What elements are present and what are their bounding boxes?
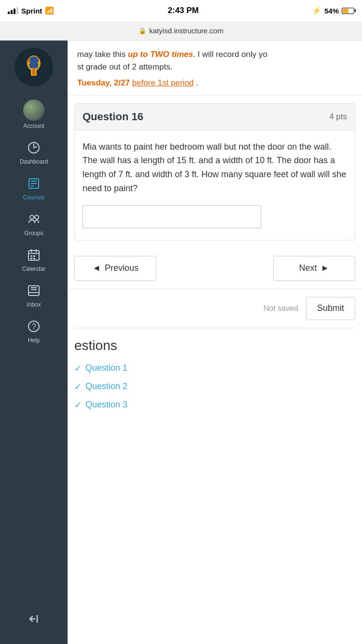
status-bar: Sprint 📶 2:43 PM ⚡ 54% xyxy=(0,0,362,21)
signal-icon xyxy=(8,7,18,14)
questions-section-title: estions xyxy=(74,338,355,353)
next-arrow-icon: ► xyxy=(321,263,330,273)
carrier-label: Sprint xyxy=(21,7,42,15)
answer-input[interactable] xyxy=(83,205,261,228)
sidebar-item-label-calendar: Calendar xyxy=(22,266,46,272)
next-label: Next xyxy=(299,263,317,273)
sidebar-collapse-button[interactable] xyxy=(28,606,40,634)
header-line3: Tuesday, 2/27 before 1st period . xyxy=(77,77,352,89)
url-text: katyisd.instructure.com xyxy=(149,27,223,35)
wifi-icon: 📶 xyxy=(45,6,54,15)
sidebar-logo xyxy=(0,41,68,94)
sidebar-item-label-account: Account xyxy=(23,123,44,129)
sidebar-item-account[interactable]: Account xyxy=(0,94,68,134)
sidebar-item-calendar[interactable]: Calendar xyxy=(0,241,68,277)
sidebar: Account Dashboard xyxy=(0,41,68,644)
check-icon-3: ✓ xyxy=(74,400,82,410)
question-link-3[interactable]: Question 3 xyxy=(85,400,127,410)
sidebar-item-inbox[interactable]: Inbox xyxy=(0,277,68,313)
due-date-link[interactable]: before 1st period xyxy=(132,78,194,87)
previous-label: Previous xyxy=(105,263,139,273)
dashboard-icon xyxy=(27,141,41,156)
main-content: may take this up to TWO times. I will re… xyxy=(68,41,362,644)
battery-label: 54% xyxy=(324,7,339,15)
check-icon-1: ✓ xyxy=(74,363,82,374)
sidebar-item-groups[interactable]: Groups xyxy=(0,206,68,241)
navigation-buttons: ◄ Previous Next ► xyxy=(68,248,362,289)
list-item: ✓ Question 3 xyxy=(74,396,355,414)
save-submit-bar: Not saved Submit xyxy=(68,289,362,328)
lock-icon: 🔒 xyxy=(139,27,146,34)
status-left: Sprint 📶 xyxy=(8,6,54,15)
save-status: Not saved xyxy=(264,304,298,313)
sidebar-item-dashboard[interactable]: Dashboard xyxy=(0,134,68,170)
battery-icon xyxy=(342,8,354,14)
inbox-icon xyxy=(27,284,41,299)
list-item: ✓ Question 1 xyxy=(74,359,355,378)
header-line2: st grade out of 2 attempts. xyxy=(77,61,352,73)
question-points: 4 pts xyxy=(329,112,347,122)
svg-rect-21 xyxy=(30,255,32,257)
question-link-2[interactable]: Question 2 xyxy=(85,381,127,392)
svg-point-15 xyxy=(30,215,34,219)
app-layout: Account Dashboard xyxy=(0,41,362,644)
questions-section: estions ✓ Question 1 ✓ Question 2 ✓ Ques… xyxy=(68,328,362,414)
svg-rect-24 xyxy=(33,258,35,259)
sidebar-item-label-courses: Courses xyxy=(23,194,45,201)
sidebar-item-label-inbox: Inbox xyxy=(27,301,41,308)
svg-text:?: ? xyxy=(32,322,36,331)
sidebar-item-help[interactable]: ? Help xyxy=(0,313,68,349)
svg-rect-6 xyxy=(32,68,35,75)
question-card: Question 16 4 pts Mia wants to paint her… xyxy=(74,103,355,240)
sidebar-item-courses[interactable]: Courses xyxy=(0,170,68,206)
groups-icon xyxy=(27,212,41,228)
collapse-icon xyxy=(28,613,40,628)
content-header: may take this up to TWO times. I will re… xyxy=(68,41,362,96)
submit-button[interactable]: Submit xyxy=(306,297,355,320)
previous-arrow-icon: ◄ xyxy=(92,263,101,273)
help-icon: ? xyxy=(27,320,41,335)
sidebar-item-label-help: Help xyxy=(28,337,40,344)
question-link-1[interactable]: Question 1 xyxy=(85,363,127,373)
calendar-icon xyxy=(27,248,41,264)
question-text: Mia wants to paint her bedroom wall but … xyxy=(83,140,347,196)
sidebar-item-label-groups: Groups xyxy=(24,230,43,237)
sidebar-item-label-dashboard: Dashboard xyxy=(20,158,48,165)
list-item: ✓ Question 2 xyxy=(74,378,355,396)
previous-button[interactable]: ◄ Previous xyxy=(74,256,156,281)
school-logo xyxy=(14,48,53,86)
svg-rect-22 xyxy=(33,255,35,257)
avatar xyxy=(23,99,44,121)
time-display: 2:43 PM xyxy=(168,6,199,15)
status-right: ⚡ 54% xyxy=(312,6,354,15)
bluetooth-icon: ⚡ xyxy=(312,6,321,15)
questions-list: ✓ Question 1 ✓ Question 2 ✓ Question 3 xyxy=(74,359,355,414)
url-bar[interactable]: 🔒 katyisd.instructure.com xyxy=(0,21,362,41)
next-button[interactable]: Next ► xyxy=(273,256,355,281)
svg-point-16 xyxy=(35,215,39,219)
question-header: Question 16 4 pts xyxy=(75,104,355,130)
question-title: Question 16 xyxy=(83,111,143,123)
check-icon-2: ✓ xyxy=(74,381,82,392)
courses-icon xyxy=(27,177,41,192)
header-line1: may take this up to TWO times. I will re… xyxy=(77,48,352,61)
question-body: Mia wants to paint her bedroom wall but … xyxy=(75,130,355,240)
svg-rect-23 xyxy=(30,258,32,259)
sidebar-bottom xyxy=(28,606,40,644)
